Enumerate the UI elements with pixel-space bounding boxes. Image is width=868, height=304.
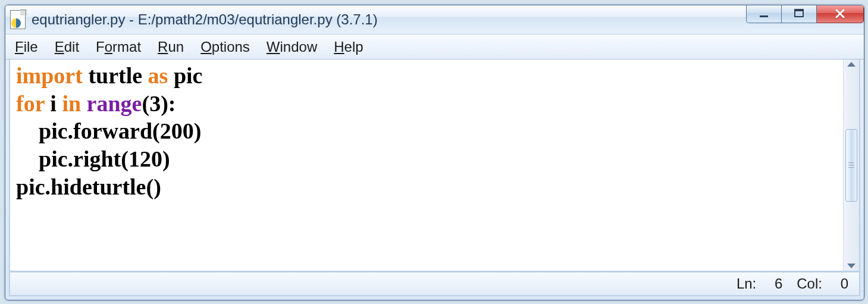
menubar: File Edit Format Run Options Window Help xyxy=(5,35,864,59)
python-file-icon xyxy=(10,10,26,29)
vertical-scrollbar[interactable] xyxy=(843,59,859,271)
scroll-down-arrow-icon[interactable] xyxy=(847,264,856,268)
menu-window[interactable]: Window xyxy=(267,39,317,55)
minimize-icon xyxy=(759,8,769,19)
close-icon xyxy=(834,8,846,20)
maximize-button[interactable] xyxy=(782,5,817,23)
menu-format[interactable]: Format xyxy=(96,39,141,55)
scroll-thumb[interactable] xyxy=(845,129,857,202)
menu-run[interactable]: Run xyxy=(158,39,184,55)
builtin-range: range xyxy=(87,91,142,116)
menu-options[interactable]: Options xyxy=(200,39,250,55)
window-title: equtriangler.py - E:/pmath2/m03/equtrian… xyxy=(32,11,746,28)
statusbar: Ln: 6 Col: 0 xyxy=(9,272,860,296)
tok-alias: pic xyxy=(174,63,203,88)
svg-rect-0 xyxy=(760,15,768,17)
maximize-icon xyxy=(794,8,804,19)
scroll-up-arrow-icon[interactable] xyxy=(847,62,856,67)
minimize-button[interactable] xyxy=(746,5,782,23)
tok-module: turtle xyxy=(88,63,142,88)
idle-editor-window: equtriangler.py - E:/pmath2/m03/equtrian… xyxy=(5,5,864,300)
tok-args: (3): xyxy=(142,91,176,116)
kw-import: import xyxy=(16,63,83,88)
close-button[interactable] xyxy=(817,5,864,23)
code-line-5: pic.hideturtle() xyxy=(16,174,161,199)
scroll-track[interactable] xyxy=(844,67,859,264)
status-col: Col: 0 xyxy=(797,275,848,292)
menu-file[interactable]: File xyxy=(15,39,38,55)
kw-for: for xyxy=(16,91,45,116)
tok-var: i xyxy=(50,91,57,116)
kw-as: as xyxy=(148,63,168,88)
svg-rect-2 xyxy=(795,10,803,11)
status-line: Ln: 6 xyxy=(737,275,782,292)
code-line-3: pic.forward(200) xyxy=(39,118,201,143)
editor-client-area: import turtle as pic for i in range(3): … xyxy=(9,59,860,272)
menu-help[interactable]: Help xyxy=(334,39,363,55)
code-line-4: pic.right(120) xyxy=(39,146,170,171)
menu-edit[interactable]: Edit xyxy=(55,39,79,55)
titlebar[interactable]: equtriangler.py - E:/pmath2/m03/equtrian… xyxy=(5,5,864,35)
kw-in: in xyxy=(62,91,81,116)
code-editor[interactable]: import turtle as pic for i in range(3): … xyxy=(10,59,843,271)
window-controls xyxy=(746,5,864,34)
